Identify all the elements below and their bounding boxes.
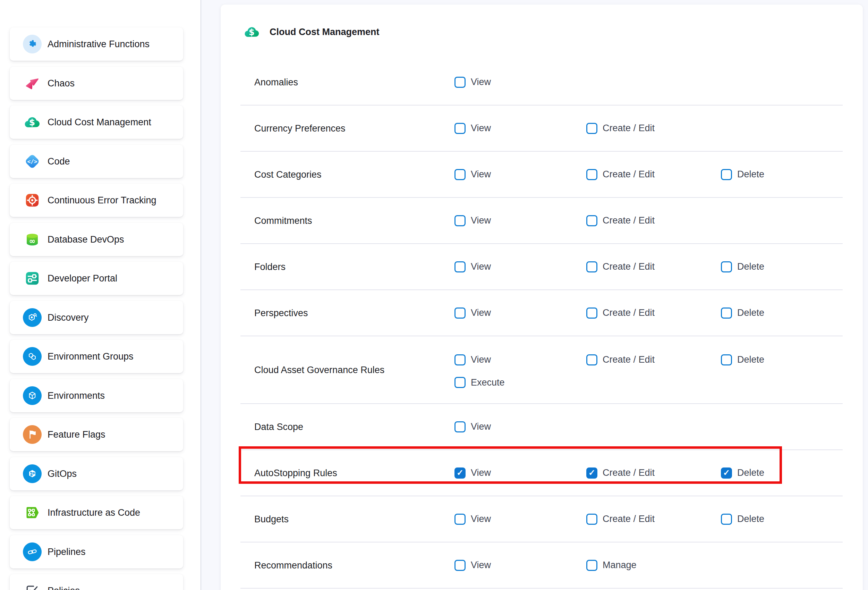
resource-label: Anomalies: [254, 77, 298, 87]
permissions-panel: $ Cloud Cost Management Anomalies View C…: [221, 4, 863, 590]
view-checkbox[interactable]: [455, 560, 466, 571]
circuit-banner-icon: [23, 503, 41, 522]
permission-create-edit[interactable]: Create / Edit: [586, 308, 655, 319]
permission-view[interactable]: View: [455, 514, 491, 525]
view-checkbox[interactable]: [455, 421, 466, 432]
view-checkbox[interactable]: [455, 77, 466, 88]
permission-view[interactable]: View: [455, 467, 491, 479]
module-header: $ Cloud Cost Management: [241, 4, 843, 59]
permission-view[interactable]: View: [455, 261, 491, 272]
svg-text:$: $: [29, 117, 35, 127]
permission-view[interactable]: View: [455, 123, 491, 134]
sidebar-item-gitops[interactable]: GitOps: [10, 457, 183, 490]
table-row-recommendations: Recommendations View Manage: [241, 543, 843, 589]
sidebar-item-developer-portal[interactable]: Developer Portal: [10, 262, 183, 295]
permission-manage[interactable]: Manage: [586, 560, 636, 571]
view-checkbox[interactable]: [455, 261, 466, 272]
permission-delete[interactable]: Delete: [721, 514, 764, 525]
permission-delete[interactable]: Delete: [721, 354, 764, 365]
permission-delete[interactable]: Delete: [721, 261, 764, 272]
sidebar-item-administrative-functions[interactable]: Administrative Functions: [10, 27, 183, 61]
resource-label: Commitments: [254, 215, 312, 226]
permission-create-edit[interactable]: Create / Edit: [586, 123, 655, 134]
view-checkbox[interactable]: [455, 123, 466, 134]
chaos-icon: [23, 74, 41, 93]
svg-text:$: $: [249, 27, 255, 37]
sidebar-item-environments[interactable]: Environments: [10, 379, 183, 412]
sidebar-item-label: Environments: [47, 390, 105, 401]
permission-execute[interactable]: Execute: [455, 377, 505, 388]
permission-view[interactable]: View: [455, 421, 491, 432]
permission-create-edit[interactable]: Create / Edit: [586, 169, 655, 180]
resource-label: Cost Categories: [254, 169, 322, 180]
delete-checkbox[interactable]: [721, 261, 732, 272]
permission-view[interactable]: View: [455, 308, 491, 319]
create-edit-checkbox[interactable]: [586, 169, 597, 180]
create-edit-checkbox[interactable]: [586, 354, 597, 365]
sidebar-item-code[interactable]: </> Code: [10, 145, 183, 178]
create-edit-checkbox[interactable]: [586, 514, 597, 525]
permission-create-edit[interactable]: Create / Edit: [586, 514, 655, 525]
sidebar-item-policies[interactable]: Policies: [10, 574, 183, 590]
create-edit-checkbox[interactable]: [586, 467, 597, 479]
gear-icon: [23, 35, 41, 53]
sidebar-item-feature-flags[interactable]: Feature Flags: [10, 418, 183, 451]
permission-create-edit[interactable]: Create / Edit: [586, 215, 655, 226]
resource-label: Cloud Asset Governance Rules: [254, 364, 384, 375]
view-checkbox[interactable]: [455, 354, 466, 365]
sidebar-item-environment-groups[interactable]: Environment Groups: [10, 340, 183, 373]
sidebar-item-label: Environment Groups: [47, 351, 134, 362]
chain-links-icon: [23, 543, 41, 561]
sidebar-item-infrastructure-as-code[interactable]: Infrastructure as Code: [10, 496, 183, 529]
sidebar-item-database-devops[interactable]: ∞ Database DevOps: [10, 223, 183, 256]
resource-label: Data Scope: [254, 421, 303, 432]
flag-icon: [23, 425, 41, 444]
database-icon: ∞: [23, 230, 41, 249]
create-edit-checkbox[interactable]: [586, 215, 597, 226]
delete-checkbox[interactable]: [721, 354, 732, 365]
sidebar-item-label: Pipelines: [47, 547, 86, 557]
resource-label: Folders: [254, 261, 285, 272]
table-row-cloud-asset-governance-rules: Cloud Asset Governance Rules View Create…: [241, 336, 843, 404]
view-checkbox[interactable]: [455, 169, 466, 180]
permission-view[interactable]: View: [455, 77, 491, 88]
permission-view[interactable]: View: [455, 215, 491, 226]
manage-checkbox[interactable]: [586, 560, 597, 571]
permission-view[interactable]: View: [455, 169, 491, 180]
hexagon-search-icon: [23, 308, 41, 327]
permission-delete[interactable]: Delete: [721, 169, 764, 180]
permission-create-edit[interactable]: Create / Edit: [586, 467, 655, 479]
create-edit-checkbox[interactable]: [586, 308, 597, 319]
permission-view[interactable]: View: [455, 560, 491, 571]
create-edit-checkbox[interactable]: [586, 123, 597, 134]
sidebar-item-label: Cloud Cost Management: [47, 117, 151, 128]
permission-view[interactable]: View: [455, 354, 491, 365]
permission-delete[interactable]: Delete: [721, 467, 764, 479]
sidebar-item-chaos[interactable]: Chaos: [10, 67, 183, 100]
sidebar-item-discovery[interactable]: Discovery: [10, 301, 183, 334]
permission-create-edit[interactable]: Create / Edit: [586, 354, 655, 365]
cloud-dollar-icon: $: [23, 113, 41, 132]
delete-checkbox[interactable]: [721, 308, 732, 319]
target-icon: [23, 191, 41, 210]
create-edit-checkbox[interactable]: [586, 261, 597, 272]
sidebar-item-pipelines[interactable]: Pipelines: [10, 535, 183, 568]
execute-checkbox[interactable]: [455, 377, 466, 388]
sidebar-item-label: Developer Portal: [47, 273, 117, 284]
delete-checkbox[interactable]: [721, 467, 732, 479]
table-row-autostopping-rules: AutoStopping Rules View Create / Edit De…: [241, 450, 843, 496]
resource-label: Perspectives: [254, 308, 308, 318]
sidebar-item-label: Chaos: [47, 78, 75, 89]
delete-checkbox[interactable]: [721, 169, 732, 180]
view-checkbox[interactable]: [455, 308, 466, 319]
view-checkbox[interactable]: [455, 215, 466, 226]
permission-delete[interactable]: Delete: [721, 308, 764, 319]
delete-checkbox[interactable]: [721, 514, 732, 525]
sidebar-item-continuous-error-tracking[interactable]: Continuous Error Tracking: [10, 183, 183, 217]
view-checkbox[interactable]: [455, 514, 466, 525]
table-row-perspectives: Perspectives View Create / Edit Delete: [241, 290, 843, 336]
sidebar-item-cloud-cost-management[interactable]: $ Cloud Cost Management: [10, 105, 183, 139]
git-hexagon-icon: [23, 464, 41, 483]
permission-create-edit[interactable]: Create / Edit: [586, 261, 655, 272]
view-checkbox[interactable]: [455, 467, 466, 479]
